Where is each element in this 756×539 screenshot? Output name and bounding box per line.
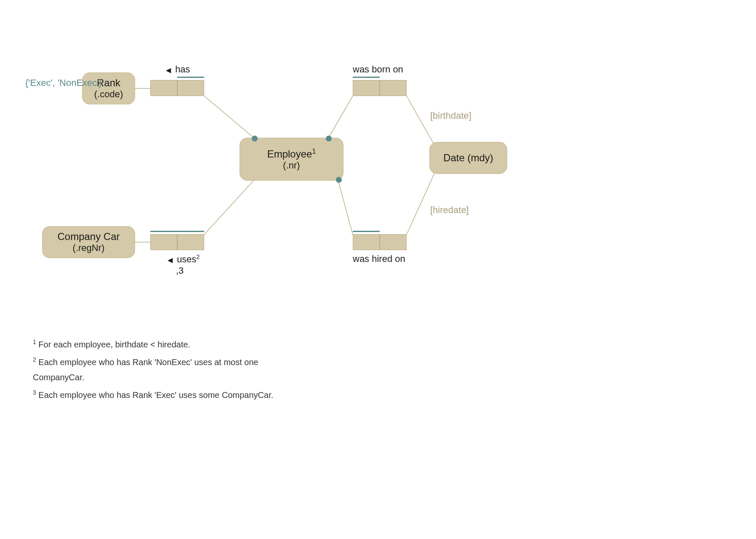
orm-diagram: Rank (.code) {'Exec', 'NonExec'} Company…	[0, 0, 756, 539]
predicate-has-role2	[177, 80, 204, 96]
entity-date: Date (mdy)	[429, 142, 507, 174]
predicate-born-role2	[380, 80, 407, 96]
predicate-hired-role1	[353, 234, 380, 250]
label-uses: ◀ uses2	[168, 253, 200, 265]
label-born: was born on	[353, 64, 403, 75]
predicate-hired	[353, 234, 407, 250]
entity-rank-ref: (.code)	[94, 89, 123, 100]
label-has: ◀ has	[166, 64, 190, 75]
predicate-uses	[150, 234, 204, 250]
label-uses-sub: ,3	[176, 265, 184, 276]
predicate-born-role1	[353, 80, 380, 96]
entity-companycar: Company Car (.regNr)	[42, 226, 135, 258]
footnote-2: 2 Each employee who has Rank 'NonExec' u…	[33, 355, 294, 385]
label-hired: was hired on	[353, 253, 405, 264]
entity-employee-ref: (.nr)	[283, 160, 300, 171]
arrow-left-icon-2: ◀	[168, 256, 173, 264]
uniq-hired	[353, 231, 380, 232]
entity-employee: Employee1 (.nr)	[240, 138, 343, 181]
constraint-domain-label: {'Exec', 'NonExec'}	[25, 77, 102, 88]
mandatory-dot-hired	[336, 177, 342, 183]
uniq-born	[353, 77, 380, 78]
entity-companycar-ref: (.regNr)	[73, 243, 105, 253]
predicate-uses-role2	[177, 234, 204, 250]
uniq-has	[177, 77, 204, 78]
footnotes: 1 For each employee, birthdate < hiredat…	[33, 337, 294, 405]
predicate-has-role1	[150, 80, 177, 96]
predicate-hired-role2	[380, 234, 407, 250]
footnote-1: 1 For each employee, birthdate < hiredat…	[33, 337, 294, 352]
uniq-uses	[150, 231, 204, 232]
role-birthdate: [birthdate]	[430, 110, 471, 121]
entity-date-name: Date (mdy)	[443, 152, 493, 164]
mandatory-dot-has	[252, 136, 258, 141]
predicate-has	[150, 80, 204, 96]
arrow-left-icon: ◀	[166, 67, 171, 74]
predicate-born	[353, 80, 407, 96]
mandatory-dot-born	[326, 136, 332, 141]
entity-employee-name: Employee1	[267, 148, 316, 160]
predicate-uses-role1	[150, 234, 177, 250]
role-hiredate: [hiredate]	[430, 205, 469, 216]
footnote-3: 3 Each employee who has Rank 'Exec' uses…	[33, 387, 294, 403]
entity-companycar-name: Company Car	[57, 231, 120, 243]
